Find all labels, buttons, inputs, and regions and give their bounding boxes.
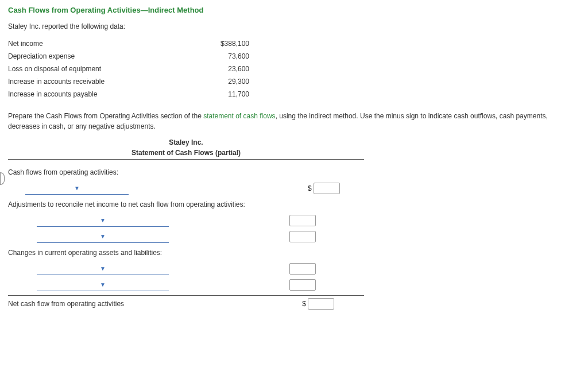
net-cash-flow-input[interactable] <box>308 298 334 310</box>
given-data-table: Net income $388,100 Depreciation expense… <box>8 37 266 101</box>
net-cash-flow-label: Net cash flow from operating activities <box>8 300 233 308</box>
worksheet: Cash flows from operating activities: ▼ … <box>8 164 410 312</box>
section-heading-changes: Changes in current operating assets and … <box>8 249 272 257</box>
table-row: Increase in accounts receivable 29,300 <box>8 75 266 88</box>
chevron-down-icon: ▼ <box>100 217 106 223</box>
section-title: Cash Flows from Operating Activities—Ind… <box>8 6 580 14</box>
table-row: Net income $388,100 <box>8 37 266 50</box>
section-heading-operating: Cash flows from operating activities: <box>8 168 272 176</box>
adjustment-1-dropdown[interactable]: ▼ <box>37 215 169 227</box>
page-edge-marker <box>0 172 5 185</box>
change-2-dropdown[interactable]: ▼ <box>37 279 169 291</box>
data-value: 73,600 <box>180 50 266 63</box>
title-divider <box>8 159 364 160</box>
chevron-down-icon: ▼ <box>100 233 106 239</box>
data-label: Increase in accounts receivable <box>8 75 180 88</box>
data-label: Increase in accounts payable <box>8 88 180 101</box>
section-heading-adjustments: Adjustments to reconcile net income to n… <box>8 200 272 208</box>
table-row: Increase in accounts payable 11,700 <box>8 88 266 101</box>
net-income-input[interactable] <box>314 183 340 194</box>
company-name: Staley Inc. <box>8 138 364 146</box>
adjustment-2-input[interactable] <box>289 231 316 242</box>
intro-text: Staley Inc. reported the following data: <box>8 22 580 30</box>
data-label: Depreciation expense <box>8 50 180 63</box>
question-text: Prepare the Cash Flows from Operating Ac… <box>8 111 580 132</box>
currency-symbol: $ <box>302 300 306 308</box>
adjustment-2-dropdown[interactable]: ▼ <box>37 231 169 243</box>
chevron-down-icon: ▼ <box>74 185 80 191</box>
data-label: Loss on disposal of equipment <box>8 63 180 75</box>
data-value: $388,100 <box>180 37 266 50</box>
currency-symbol: $ <box>308 184 312 192</box>
change-1-input[interactable] <box>289 263 316 275</box>
table-row: Loss on disposal of equipment 23,600 <box>8 63 266 75</box>
data-value: 11,700 <box>180 88 266 101</box>
chevron-down-icon: ▼ <box>100 281 106 288</box>
question-part1: Prepare the Cash Flows from Operating Ac… <box>8 112 203 120</box>
table-row: Depreciation expense 73,600 <box>8 50 266 63</box>
change-1-dropdown[interactable]: ▼ <box>37 263 169 275</box>
data-label: Net income <box>8 37 180 50</box>
data-value: 23,600 <box>180 63 266 75</box>
data-value: 29,300 <box>180 75 266 88</box>
statement-title: Statement of Cash Flows (partial) <box>8 149 364 157</box>
statement-link[interactable]: statement of cash flows <box>203 112 275 120</box>
chevron-down-icon: ▼ <box>100 265 106 272</box>
net-income-dropdown[interactable]: ▼ <box>25 183 129 195</box>
adjustment-1-input[interactable] <box>289 215 316 226</box>
change-2-input[interactable] <box>289 279 316 291</box>
